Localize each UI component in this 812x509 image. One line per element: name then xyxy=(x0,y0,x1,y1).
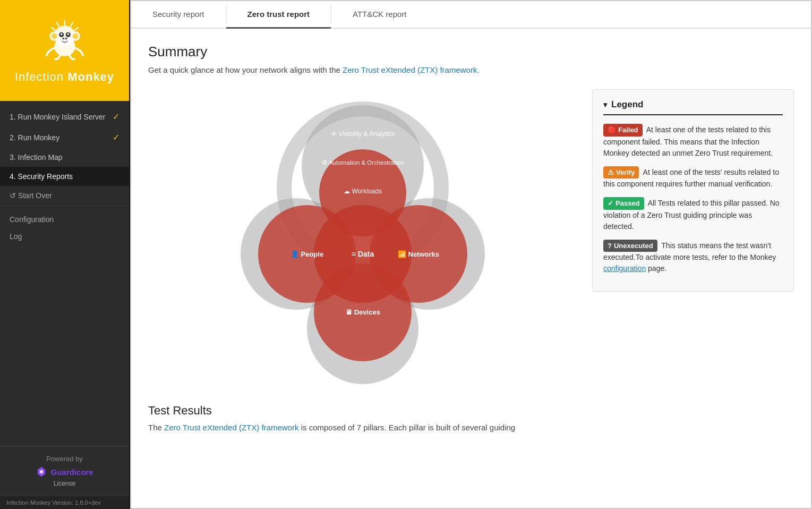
failed-badge: 🔴 Failed xyxy=(603,124,643,137)
svg-point-20 xyxy=(40,470,44,473)
configuration-link-legend[interactable]: configuration xyxy=(603,264,646,273)
summary-subtitle: Get a quick glance at how your network a… xyxy=(148,65,794,74)
svg-point-9 xyxy=(67,33,69,36)
svg-line-16 xyxy=(51,28,55,30)
guardicore-icon xyxy=(36,466,47,478)
test-results-suffix: is composed of 7 pillars. Each pillar is… xyxy=(301,423,516,432)
license-link[interactable]: License xyxy=(8,480,121,487)
sidebar: Infection Monkey 1. Run Monkey Island Se… xyxy=(0,0,130,509)
unexecuted-badge: ? Unexecuted xyxy=(603,240,657,252)
sidebar-item-run-monkey[interactable]: 2. Run Monkey ✓ xyxy=(0,127,129,148)
test-results-section: Test Results The Zero Trust eXtended (ZT… xyxy=(148,404,794,432)
configuration-link[interactable]: Configuration xyxy=(10,211,119,228)
sidebar-bottom: Powered by Guardicore License xyxy=(0,446,129,496)
summary-body: 👁 Visibility & Analytics ⚙ Automation & … xyxy=(148,89,794,387)
legend-item-failed: 🔴 Failed At least one of the tests relat… xyxy=(603,124,783,159)
svg-line-17 xyxy=(74,28,78,30)
main-content: Security report Zero trust report ATT&CK… xyxy=(130,0,812,509)
logo-text-bold: Monkey xyxy=(67,70,114,83)
sidebar-item-label: 2. Run Monkey xyxy=(10,133,59,142)
start-over-label: ↺ Start Over xyxy=(10,191,52,200)
sidebar-item-security-reports[interactable]: 4. Security Reports xyxy=(0,167,129,186)
ztx-link-test-results[interactable]: Zero Trust eXtended (ZTX) framework xyxy=(164,423,298,432)
powered-by-text: Powered by xyxy=(8,455,121,463)
svg-line-15 xyxy=(70,22,73,27)
test-results-title: Test Results xyxy=(148,404,794,418)
sidebar-item-infection-map[interactable]: 3. Infection Map xyxy=(0,148,129,167)
legend-title: ▾ Legend xyxy=(603,99,783,115)
version-bar: Infection Monkey Version: 1.8.0+dev xyxy=(0,496,129,509)
svg-point-11 xyxy=(62,38,64,40)
svg-text:≡ Data: ≡ Data xyxy=(352,250,374,258)
sidebar-item-label: 3. Infection Map xyxy=(10,153,63,162)
svg-text:🖥 Devices: 🖥 Devices xyxy=(345,308,380,316)
monkey-icon xyxy=(41,17,89,65)
nav-section: 1. Run Monkey Island Server ✓ 2. Run Mon… xyxy=(0,101,129,446)
svg-point-4 xyxy=(51,33,57,39)
guardicore-link[interactable]: Guardicore xyxy=(8,466,121,478)
sidebar-item-start-over[interactable]: ↺ Start Over xyxy=(0,186,129,205)
svg-point-8 xyxy=(60,33,62,36)
legend-item-unexecuted: ? Unexecuted This status means the test … xyxy=(603,240,783,275)
check-icon: ✓ xyxy=(113,132,119,142)
passed-badge: ✓ Passed xyxy=(603,197,644,210)
venn-diagram: 👁 Visibility & Analytics ⚙ Automation & … xyxy=(214,89,511,387)
test-results-description: The Zero Trust eXtended (ZTX) framework … xyxy=(148,423,794,432)
summary-title: Summary xyxy=(148,44,794,60)
failed-badge-label: Failed xyxy=(618,125,638,135)
summary-subtitle-text: Get a quick glance at how your network a… xyxy=(148,65,340,74)
svg-text:☁ Workloads: ☁ Workloads xyxy=(344,188,382,195)
tab-zero-trust-report[interactable]: Zero trust report xyxy=(226,1,331,29)
legend-title-text: Legend xyxy=(611,99,643,110)
legend-box: ▾ Legend 🔴 Failed At least one of the te… xyxy=(592,89,794,292)
ztx-framework-link[interactable]: Zero Trust eXtended (ZTX) framework. xyxy=(343,65,480,74)
svg-text:👤 People: 👤 People xyxy=(290,250,323,259)
legend-chevron-icon: ▾ xyxy=(603,100,607,109)
svg-text:⚙ Automation & Orchestration: ⚙ Automation & Orchestration xyxy=(322,159,404,166)
content-area: Summary Get a quick glance at how your n… xyxy=(131,29,811,508)
guardicore-brand-text: Guardicore xyxy=(50,468,93,477)
verify-badge-label: Verify xyxy=(616,167,635,178)
check-icon: ✓ xyxy=(113,112,119,122)
log-link[interactable]: Log xyxy=(10,228,119,245)
verify-badge: ⚠ Verify xyxy=(603,166,639,179)
logo-area: Infection Monkey xyxy=(0,0,129,101)
svg-text:👁 Visibility & Analytics: 👁 Visibility & Analytics xyxy=(331,130,395,138)
unexecuted-badge-label: Unexecuted xyxy=(614,241,653,251)
tab-bar: Security report Zero trust report ATT&CK… xyxy=(131,1,811,29)
sidebar-links: Configuration Log xyxy=(0,205,129,245)
venn-diagram-container: 👁 Visibility & Analytics ⚙ Automation & … xyxy=(148,89,577,387)
passed-badge-label: Passed xyxy=(616,198,640,209)
logo-text: Infection Monkey xyxy=(15,70,114,84)
tab-attck-report[interactable]: ATT&CK report xyxy=(331,1,428,29)
sidebar-item-label: 4. Security Reports xyxy=(10,172,73,181)
test-results-prefix: The xyxy=(148,423,162,432)
link-suffix: page. xyxy=(648,264,666,273)
svg-line-14 xyxy=(56,22,59,27)
svg-point-5 xyxy=(72,33,78,39)
legend-item-passed: ✓ Passed All Tests related to this pilla… xyxy=(603,197,783,232)
legend-item-verify: ⚠ Verify At least one of the tests' resu… xyxy=(603,166,783,190)
logo-text-light: Infection xyxy=(15,70,67,83)
svg-text:📶 Networks: 📶 Networks xyxy=(398,250,439,259)
svg-point-12 xyxy=(65,38,67,40)
tab-security-report[interactable]: Security report xyxy=(131,1,226,29)
sidebar-item-run-server[interactable]: 1. Run Monkey Island Server ✓ xyxy=(0,106,129,127)
sidebar-item-label: 1. Run Monkey Island Server xyxy=(10,113,106,121)
